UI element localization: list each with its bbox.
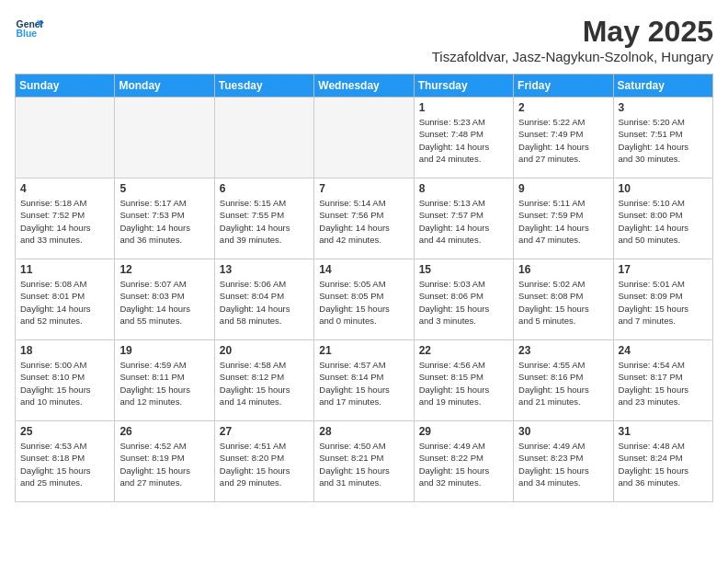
calendar-cell: 31Sunrise: 4:48 AM Sunset: 8:24 PM Dayli… xyxy=(613,421,712,502)
day-number: 24 xyxy=(619,344,708,357)
day-number: 18 xyxy=(20,344,109,357)
calendar-cell xyxy=(214,98,313,178)
day-info: Sunrise: 4:58 AM Sunset: 8:12 PM Dayligh… xyxy=(220,359,309,408)
day-info: Sunrise: 5:08 AM Sunset: 8:01 PM Dayligh… xyxy=(20,278,109,327)
day-number: 1 xyxy=(419,101,508,114)
day-info: Sunrise: 5:14 AM Sunset: 7:56 PM Dayligh… xyxy=(319,197,408,246)
calendar-cell: 12Sunrise: 5:07 AM Sunset: 8:03 PM Dayli… xyxy=(115,259,214,340)
day-info: Sunrise: 5:17 AM Sunset: 7:53 PM Dayligh… xyxy=(119,197,209,246)
day-number: 9 xyxy=(518,182,608,195)
day-info: Sunrise: 5:15 AM Sunset: 7:55 PM Dayligh… xyxy=(220,197,309,246)
day-info: Sunrise: 5:06 AM Sunset: 8:04 PM Dayligh… xyxy=(220,278,309,327)
weekday-header-saturday: Saturday xyxy=(613,75,712,98)
day-info: Sunrise: 5:07 AM Sunset: 8:03 PM Dayligh… xyxy=(119,278,209,327)
calendar-cell xyxy=(16,98,115,178)
calendar-cell xyxy=(115,98,214,178)
calendar-cell: 17Sunrise: 5:01 AM Sunset: 8:09 PM Dayli… xyxy=(613,259,712,340)
day-number: 16 xyxy=(518,263,608,276)
day-info: Sunrise: 5:22 AM Sunset: 7:49 PM Dayligh… xyxy=(518,116,608,165)
calendar-table: SundayMondayTuesdayWednesdayThursdayFrid… xyxy=(15,74,713,502)
calendar-cell: 7Sunrise: 5:14 AM Sunset: 7:56 PM Daylig… xyxy=(314,178,414,259)
day-number: 4 xyxy=(20,182,109,195)
calendar-cell: 28Sunrise: 4:50 AM Sunset: 8:21 PM Dayli… xyxy=(314,421,414,502)
day-info: Sunrise: 5:11 AM Sunset: 7:59 PM Dayligh… xyxy=(518,197,608,246)
day-info: Sunrise: 5:20 AM Sunset: 7:51 PM Dayligh… xyxy=(619,116,708,165)
calendar-cell: 6Sunrise: 5:15 AM Sunset: 7:55 PM Daylig… xyxy=(214,178,313,259)
calendar-cell: 1Sunrise: 5:23 AM Sunset: 7:48 PM Daylig… xyxy=(414,98,513,178)
calendar-cell: 30Sunrise: 4:49 AM Sunset: 8:23 PM Dayli… xyxy=(514,421,613,502)
day-info: Sunrise: 4:55 AM Sunset: 8:16 PM Dayligh… xyxy=(518,359,608,408)
day-info: Sunrise: 4:49 AM Sunset: 8:22 PM Dayligh… xyxy=(419,440,508,488)
day-number: 19 xyxy=(119,344,209,357)
day-number: 15 xyxy=(419,263,508,276)
day-info: Sunrise: 4:49 AM Sunset: 8:23 PM Dayligh… xyxy=(518,440,608,488)
svg-text:Blue: Blue xyxy=(17,29,38,39)
day-number: 23 xyxy=(518,344,608,357)
calendar-cell: 18Sunrise: 5:00 AM Sunset: 8:10 PM Dayli… xyxy=(16,340,115,421)
calendar-cell: 20Sunrise: 4:58 AM Sunset: 8:12 PM Dayli… xyxy=(214,340,313,421)
day-number: 22 xyxy=(419,344,508,357)
day-number: 29 xyxy=(419,425,508,438)
weekday-header-sunday: Sunday xyxy=(16,75,115,98)
calendar-cell: 5Sunrise: 5:17 AM Sunset: 7:53 PM Daylig… xyxy=(115,178,214,259)
day-info: Sunrise: 5:05 AM Sunset: 8:05 PM Dayligh… xyxy=(319,278,408,327)
day-number: 2 xyxy=(518,101,608,114)
calendar-cell: 26Sunrise: 4:52 AM Sunset: 8:19 PM Dayli… xyxy=(115,421,214,502)
weekday-header-friday: Friday xyxy=(514,75,613,98)
logo: General Blue xyxy=(15,15,48,44)
calendar-cell: 11Sunrise: 5:08 AM Sunset: 8:01 PM Dayli… xyxy=(16,259,115,340)
calendar-cell: 19Sunrise: 4:59 AM Sunset: 8:11 PM Dayli… xyxy=(115,340,214,421)
day-info: Sunrise: 5:02 AM Sunset: 8:08 PM Dayligh… xyxy=(518,278,608,327)
title-area: May 2025 Tiszafoldvar, Jasz-Nagykun-Szol… xyxy=(432,15,713,64)
day-info: Sunrise: 4:53 AM Sunset: 8:18 PM Dayligh… xyxy=(20,440,109,488)
day-number: 28 xyxy=(319,425,408,438)
calendar-cell: 21Sunrise: 4:57 AM Sunset: 8:14 PM Dayli… xyxy=(314,340,414,421)
day-number: 8 xyxy=(419,182,508,195)
weekday-header-thursday: Thursday xyxy=(414,75,513,98)
day-info: Sunrise: 4:56 AM Sunset: 8:15 PM Dayligh… xyxy=(419,359,508,408)
calendar-cell: 13Sunrise: 5:06 AM Sunset: 8:04 PM Dayli… xyxy=(214,259,313,340)
day-info: Sunrise: 4:59 AM Sunset: 8:11 PM Dayligh… xyxy=(119,359,209,408)
calendar-cell: 4Sunrise: 5:18 AM Sunset: 7:52 PM Daylig… xyxy=(16,178,115,259)
calendar-cell: 9Sunrise: 5:11 AM Sunset: 7:59 PM Daylig… xyxy=(514,178,613,259)
weekday-header-monday: Monday xyxy=(115,75,214,98)
calendar-cell xyxy=(314,98,414,178)
day-number: 10 xyxy=(619,182,708,195)
day-number: 25 xyxy=(20,425,109,438)
day-number: 20 xyxy=(220,344,309,357)
day-info: Sunrise: 5:23 AM Sunset: 7:48 PM Dayligh… xyxy=(419,116,508,165)
day-info: Sunrise: 4:48 AM Sunset: 8:24 PM Dayligh… xyxy=(619,440,708,488)
calendar-cell: 23Sunrise: 4:55 AM Sunset: 8:16 PM Dayli… xyxy=(514,340,613,421)
calendar-cell: 16Sunrise: 5:02 AM Sunset: 8:08 PM Dayli… xyxy=(514,259,613,340)
day-info: Sunrise: 5:10 AM Sunset: 8:00 PM Dayligh… xyxy=(619,197,708,246)
day-number: 27 xyxy=(220,425,309,438)
day-info: Sunrise: 5:03 AM Sunset: 8:06 PM Dayligh… xyxy=(419,278,508,327)
day-number: 13 xyxy=(220,263,309,276)
calendar-cell: 14Sunrise: 5:05 AM Sunset: 8:05 PM Dayli… xyxy=(314,259,414,340)
day-info: Sunrise: 4:51 AM Sunset: 8:20 PM Dayligh… xyxy=(220,440,309,488)
calendar-cell: 27Sunrise: 4:51 AM Sunset: 8:20 PM Dayli… xyxy=(214,421,313,502)
calendar-cell: 2Sunrise: 5:22 AM Sunset: 7:49 PM Daylig… xyxy=(514,98,613,178)
day-number: 6 xyxy=(220,182,309,195)
day-info: Sunrise: 5:18 AM Sunset: 7:52 PM Dayligh… xyxy=(20,197,109,246)
day-info: Sunrise: 5:00 AM Sunset: 8:10 PM Dayligh… xyxy=(20,359,109,408)
location-title: Tiszafoldvar, Jasz-Nagykun-Szolnok, Hung… xyxy=(432,49,713,64)
day-number: 11 xyxy=(20,263,109,276)
day-info: Sunrise: 5:13 AM Sunset: 7:57 PM Dayligh… xyxy=(419,197,508,246)
calendar-cell: 10Sunrise: 5:10 AM Sunset: 8:00 PM Dayli… xyxy=(613,178,712,259)
day-number: 14 xyxy=(319,263,408,276)
day-number: 21 xyxy=(319,344,408,357)
day-number: 3 xyxy=(619,101,708,114)
day-info: Sunrise: 4:52 AM Sunset: 8:19 PM Dayligh… xyxy=(119,440,209,488)
calendar-cell: 3Sunrise: 5:20 AM Sunset: 7:51 PM Daylig… xyxy=(613,98,712,178)
day-number: 12 xyxy=(119,263,209,276)
day-number: 7 xyxy=(319,182,408,195)
day-number: 26 xyxy=(119,425,209,438)
day-info: Sunrise: 4:50 AM Sunset: 8:21 PM Dayligh… xyxy=(319,440,408,488)
day-info: Sunrise: 5:01 AM Sunset: 8:09 PM Dayligh… xyxy=(619,278,708,327)
day-number: 31 xyxy=(619,425,708,438)
weekday-header-wednesday: Wednesday xyxy=(314,75,414,98)
day-number: 30 xyxy=(518,425,608,438)
calendar-cell: 24Sunrise: 4:54 AM Sunset: 8:17 PM Dayli… xyxy=(613,340,712,421)
weekday-header-tuesday: Tuesday xyxy=(214,75,313,98)
